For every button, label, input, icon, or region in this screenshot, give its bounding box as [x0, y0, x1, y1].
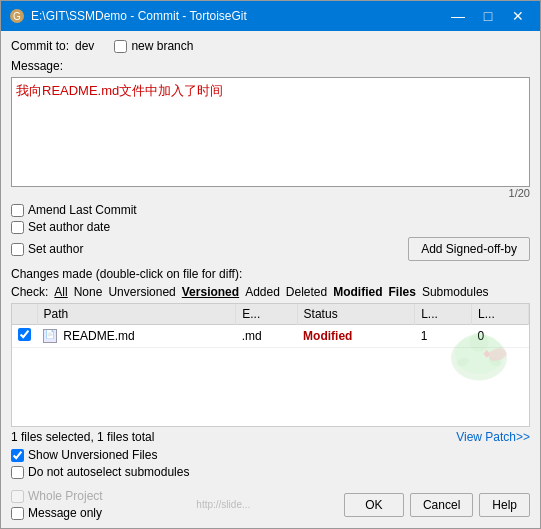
minimize-button[interactable]: — [444, 5, 472, 27]
message-input[interactable]: 我向README.md文件中加入了时间 [11, 77, 530, 187]
check-versioned[interactable]: Versioned [182, 285, 239, 299]
message-label: Message: [11, 59, 530, 73]
row-ext: .md [236, 325, 297, 348]
new-branch-label: new branch [131, 39, 193, 53]
help-button[interactable]: Help [479, 493, 530, 517]
message-only-checkbox[interactable] [11, 507, 24, 520]
footer-left: Whole Project Message only [11, 489, 103, 520]
whole-project-checkbox[interactable] [11, 490, 24, 503]
row-status: Modified [297, 325, 415, 348]
col-check [12, 304, 37, 325]
amend-checkbox[interactable] [11, 204, 24, 217]
col-path[interactable]: Path [37, 304, 236, 325]
message-counter: 1/20 [11, 187, 530, 199]
changes-label: Changes made (double-click on file for d… [11, 267, 530, 281]
file-table-container: ♦ Path E... Status L... L... [11, 303, 530, 427]
message-only-label[interactable]: Message only [11, 506, 103, 520]
do-not-autoselect-checkbox[interactable] [11, 466, 24, 479]
cancel-button[interactable]: Cancel [410, 493, 473, 517]
app-icon: G [9, 8, 25, 24]
set-author-date-checkbox-label[interactable]: Set author date [11, 220, 110, 234]
set-author-date-row: Set author date [11, 220, 530, 234]
set-author-label: Set author [28, 242, 83, 256]
bottom-options: Show Unversioned Files Do not autoselect… [11, 448, 530, 479]
new-branch-checkbox-label[interactable]: new branch [114, 39, 193, 53]
watermark-text: http://slide... [103, 499, 344, 510]
col-status[interactable]: Status [297, 304, 415, 325]
col-ext[interactable]: E... [236, 304, 297, 325]
set-author-checkbox[interactable] [11, 243, 24, 256]
whole-project-label[interactable]: Whole Project [11, 489, 103, 503]
set-author-date-label: Set author date [28, 220, 110, 234]
tortoise-logo: ♦ [439, 314, 519, 394]
svg-text:G: G [13, 11, 21, 22]
check-unversioned[interactable]: Unversioned [108, 285, 175, 299]
message-only-text: Message only [28, 506, 102, 520]
window-title: E:\GIT\SSMDemo - Commit - TortoiseGit [31, 9, 444, 23]
maximize-button[interactable]: □ [474, 5, 502, 27]
view-patch-link[interactable]: View Patch>> [456, 430, 530, 444]
row-checkbox[interactable] [18, 328, 31, 341]
check-files[interactable]: Files [389, 285, 416, 299]
set-author-date-checkbox[interactable] [11, 221, 24, 234]
check-none[interactable]: None [74, 285, 103, 299]
svg-text:♦: ♦ [483, 345, 490, 361]
amend-checkbox-label[interactable]: Amend Last Commit [11, 203, 137, 217]
amend-row: Amend Last Commit [11, 203, 530, 217]
add-signed-off-button[interactable]: Add Signed-off-by [408, 237, 530, 261]
file-icon: 📄 [43, 329, 57, 343]
commit-to-value: dev [75, 39, 94, 53]
set-author-row: Set author Add Signed-off-by [11, 237, 530, 261]
check-deleted[interactable]: Deleted [286, 285, 327, 299]
new-branch-checkbox[interactable] [114, 40, 127, 53]
row-path[interactable]: 📄 README.md [37, 325, 236, 348]
status-text: 1 files selected, 1 files total [11, 430, 154, 444]
content-area: Commit to: dev new branch Message: 我向REA… [1, 31, 540, 528]
do-not-autoselect-text: Do not autoselect submodules [28, 465, 189, 479]
window-controls: — □ ✕ [444, 5, 532, 27]
ok-button[interactable]: OK [344, 493, 404, 517]
check-row: Check: All None Unversioned Versioned Ad… [11, 285, 530, 299]
commit-to-label: Commit to: [11, 39, 69, 53]
check-modified[interactable]: Modified [333, 285, 382, 299]
check-label: Check: [11, 285, 48, 299]
whole-project-text: Whole Project [28, 489, 103, 503]
commit-to-row: Commit to: dev new branch [11, 39, 530, 53]
show-unversioned-checkbox[interactable] [11, 449, 24, 462]
show-unversioned-text: Show Unversioned Files [28, 448, 157, 462]
status-row: 1 files selected, 1 files total View Pat… [11, 430, 530, 444]
do-not-autoselect-label[interactable]: Do not autoselect submodules [11, 465, 530, 479]
footer: Whole Project Message only http://slide.… [11, 485, 530, 520]
check-added[interactable]: Added [245, 285, 280, 299]
check-all[interactable]: All [54, 285, 67, 299]
row-checkbox-cell[interactable] [12, 325, 37, 348]
title-bar: G E:\GIT\SSMDemo - Commit - TortoiseGit … [1, 1, 540, 31]
close-button[interactable]: ✕ [504, 5, 532, 27]
check-submodules[interactable]: Submodules [422, 285, 489, 299]
set-author-checkbox-label[interactable]: Set author [11, 242, 83, 256]
amend-label: Amend Last Commit [28, 203, 137, 217]
footer-right: OK Cancel Help [344, 493, 530, 517]
show-unversioned-label[interactable]: Show Unversioned Files [11, 448, 530, 462]
main-window: G E:\GIT\SSMDemo - Commit - TortoiseGit … [0, 0, 541, 529]
